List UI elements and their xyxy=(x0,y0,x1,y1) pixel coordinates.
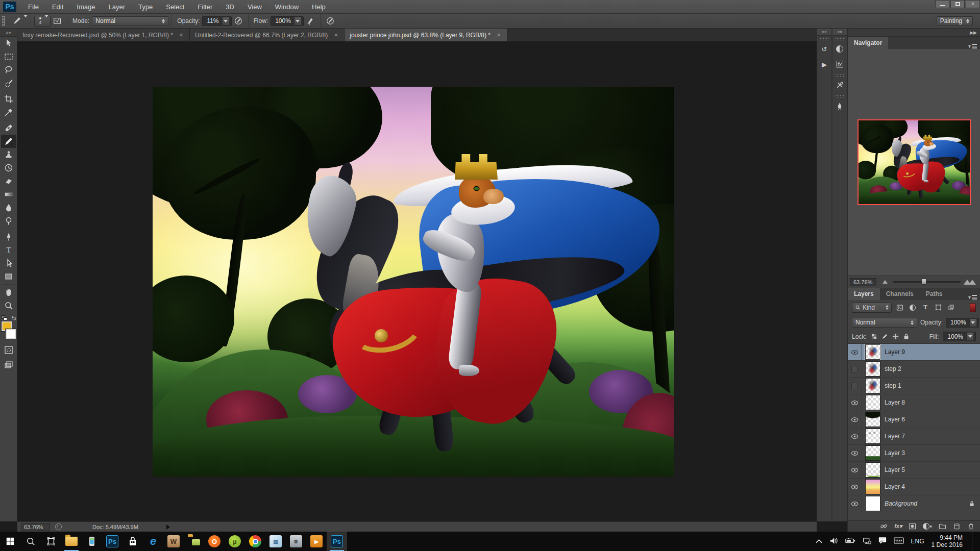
toggle-brush-panel-button[interactable] xyxy=(51,15,64,27)
tab-foxy-remake[interactable]: foxy remake-Recovered.psd @ 50% (Layer 1… xyxy=(17,29,190,41)
lock-transparency-icon[interactable] xyxy=(871,333,877,340)
visibility-toggle[interactable] xyxy=(848,378,862,394)
navigator-panel-menu[interactable]: ▾ xyxy=(968,43,977,49)
menu-file[interactable]: File xyxy=(21,0,45,14)
visibility-toggle[interactable] xyxy=(848,361,862,378)
add-layer-mask-button[interactable] xyxy=(909,522,916,530)
taskbar-folders-app[interactable] xyxy=(184,532,204,551)
menu-select[interactable]: Select xyxy=(159,0,191,14)
navigator-zoom-slider[interactable] xyxy=(893,281,961,283)
tab-jouster-prince-john[interactable]: jouster prince john.psd @ 63.8% (Layer 9… xyxy=(345,29,507,41)
tool-hand[interactable] xyxy=(1,286,16,299)
flow-combo[interactable]: 100% xyxy=(271,16,304,26)
language-indicator[interactable]: ENG xyxy=(911,538,924,545)
styles-panel-button[interactable]: fx xyxy=(834,58,846,70)
taskbar-photoshop-active[interactable]: Ps xyxy=(327,532,347,551)
workspace-switcher[interactable]: Painting xyxy=(937,16,973,26)
show-desktop-button[interactable] xyxy=(972,532,975,551)
zoom-slider-thumb[interactable] xyxy=(921,279,926,285)
delete-layer-button[interactable] xyxy=(967,522,975,530)
taskbar-edge[interactable]: e xyxy=(143,532,163,551)
minimize-button[interactable] xyxy=(935,0,949,8)
layer-thumbnail[interactable] xyxy=(865,378,880,393)
restore-button[interactable] xyxy=(950,0,965,8)
menu-image[interactable]: Image xyxy=(70,0,102,14)
menu-window[interactable]: Window xyxy=(268,0,305,14)
tool-eraser[interactable] xyxy=(1,174,16,188)
layer-filter-toggle[interactable] xyxy=(970,303,976,312)
dock-collapse-chevron[interactable]: ▶▶ xyxy=(848,29,980,37)
layer-name[interactable]: Background xyxy=(885,500,969,507)
tool-spot-healing-brush[interactable] xyxy=(1,121,16,135)
tool-eyedropper[interactable] xyxy=(1,106,16,119)
link-layers-button[interactable] xyxy=(880,522,888,530)
layer-filter-kind-select[interactable]: Kind xyxy=(852,303,892,313)
options-grip[interactable] xyxy=(2,16,5,26)
visibility-toggle[interactable] xyxy=(848,344,862,361)
battery-icon[interactable] xyxy=(845,538,855,545)
lock-pixels-icon[interactable] xyxy=(881,333,888,340)
tool-rectangular-marquee[interactable] xyxy=(1,50,16,63)
network-icon[interactable] xyxy=(863,537,871,546)
layer-row-background[interactable]: Background xyxy=(848,495,980,512)
layer-thumbnail[interactable] xyxy=(865,412,880,427)
show-hidden-icons-chevron[interactable] xyxy=(816,538,822,545)
visibility-toggle[interactable] xyxy=(848,495,862,512)
layer-name[interactable]: Layer 4 xyxy=(885,483,980,490)
history-panel-button[interactable]: ↺ xyxy=(818,43,830,55)
strip-grip[interactable] xyxy=(835,38,844,40)
filter-shape-layers-icon[interactable] xyxy=(934,303,943,312)
layer-thumbnail[interactable] xyxy=(865,496,880,511)
brush-presets-panel-button[interactable] xyxy=(834,100,846,112)
default-colors-icon[interactable] xyxy=(2,315,7,320)
menu-type[interactable]: Type xyxy=(132,0,159,14)
start-button[interactable] xyxy=(0,532,20,551)
layer-row-layer-8[interactable]: Layer 8 xyxy=(848,394,980,411)
layer-name[interactable]: Layer 5 xyxy=(885,466,980,473)
tool-path-selection[interactable] xyxy=(1,257,16,270)
strip-grip[interactable] xyxy=(820,38,829,40)
taskbar-file-explorer[interactable] xyxy=(61,532,82,551)
brush-tool-preset-button[interactable] xyxy=(10,15,23,27)
menu-edit[interactable]: Edit xyxy=(45,0,70,14)
tool-gradient[interactable] xyxy=(1,188,16,201)
strip-grip[interactable] xyxy=(835,74,844,77)
tools-collapse-chevron[interactable]: »» xyxy=(0,29,17,37)
tool-lasso[interactable] xyxy=(1,63,16,77)
taskbar-windows-store[interactable] xyxy=(122,532,143,551)
tool-clone-stamp[interactable] xyxy=(1,148,16,161)
visibility-toggle[interactable] xyxy=(848,428,862,445)
layers-opacity-combo[interactable]: 100% xyxy=(946,318,979,328)
taskbar-utorrent[interactable]: µ xyxy=(225,532,245,551)
tool-move[interactable] xyxy=(1,37,16,50)
tab-paths[interactable]: Paths xyxy=(920,288,949,300)
tab-untitled-2[interactable]: Untitled-2-Recovered @ 66.7% (Layer 2, R… xyxy=(190,29,345,41)
background-color-swatch[interactable] xyxy=(6,329,16,339)
layers-panel-menu[interactable]: ▾ xyxy=(968,294,977,300)
taskbar-phone-companion[interactable] xyxy=(82,532,102,551)
tab-navigator[interactable]: Navigator xyxy=(848,37,888,49)
airbrush-button[interactable] xyxy=(304,15,317,27)
fill-combo[interactable]: 100% xyxy=(943,332,976,341)
strip-grip[interactable] xyxy=(835,95,844,97)
layer-name[interactable]: Layer 7 xyxy=(885,433,980,440)
menu-help[interactable]: Help xyxy=(305,0,332,14)
layer-row-layer-9[interactable]: Layer 9 xyxy=(848,344,980,361)
layer-row-layer-7[interactable]: Layer 7 xyxy=(848,428,980,445)
tool-history-brush[interactable] xyxy=(1,161,16,174)
layer-style-button[interactable]: fx▾ xyxy=(894,523,902,530)
layer-name[interactable]: Layer 8 xyxy=(885,399,980,406)
filter-type-layers-icon[interactable]: T xyxy=(921,303,930,312)
tablet-pressure-opacity-button[interactable] xyxy=(232,15,245,27)
strip-collapse-chevron[interactable]: «« xyxy=(832,29,847,36)
adjustments-panel-button[interactable] xyxy=(834,43,846,55)
opacity-combo[interactable]: 11% xyxy=(202,16,231,26)
zoom-out-icon[interactable] xyxy=(883,280,888,284)
layer-row-step-2[interactable]: step 2 xyxy=(848,361,980,378)
filter-pixel-layers-icon[interactable] xyxy=(895,303,904,312)
tab-close-icon[interactable]: × xyxy=(178,31,184,39)
tab-close-icon[interactable]: × xyxy=(333,31,339,39)
touch-keyboard-icon[interactable] xyxy=(894,537,904,545)
taskbar-photoshop-pinned[interactable]: Ps xyxy=(102,532,122,551)
blend-mode-select[interactable]: Normal xyxy=(852,318,917,328)
